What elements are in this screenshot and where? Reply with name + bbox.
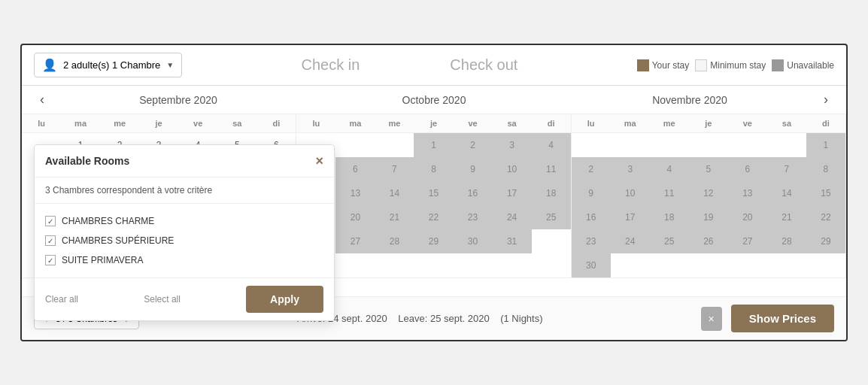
- calendar-day-16: 16: [572, 205, 611, 229]
- calendar-day-6: 6: [335, 157, 375, 181]
- calendar-day-21: 21: [767, 205, 806, 229]
- checkout-label: Check out: [450, 56, 517, 74]
- calendar-day-4: 4: [650, 157, 689, 181]
- month-nov: Novembre 2020: [562, 94, 818, 106]
- calendar-day-24: 24: [493, 205, 532, 229]
- booking-widget: 👤 2 adulte(s) 1 Chambre ▼ Check in Check…: [20, 44, 848, 341]
- prev-arrow[interactable]: ‹: [34, 92, 50, 108]
- room-item[interactable]: ✓ SUITE PRIMAVERA: [45, 250, 323, 270]
- calendar-day-9: 9: [454, 157, 493, 181]
- room-item[interactable]: ✓ CHAMBRES CHARME: [45, 211, 323, 231]
- calendar-day-17: 17: [611, 205, 650, 229]
- calendar-day-3: 3: [493, 133, 532, 157]
- october-grid: 1234567891011121314151617181920212223242…: [296, 133, 570, 253]
- day-headers-nov: lu ma me je ve sa di: [572, 114, 845, 133]
- calendar-day-8: 8: [414, 157, 453, 181]
- legend-unavailable: Unavailable: [772, 59, 834, 71]
- calendar-day-24: 24: [611, 229, 650, 253]
- guest-selector[interactable]: 👤 2 adulte(s) 1 Chambre ▼: [34, 53, 182, 77]
- room-label: SUITE PRIMAVERA: [62, 255, 143, 265]
- calendar-day-25: 25: [532, 205, 571, 229]
- unavailable-label: Unavailable: [787, 60, 834, 71]
- calendar-day-29: 29: [414, 229, 453, 253]
- calendar-day-14: 14: [767, 181, 806, 205]
- nights-info: (1 Nights): [500, 313, 542, 324]
- your-stay-box: [637, 59, 649, 71]
- calendar-day-14: 14: [375, 181, 414, 205]
- legend-your-stay: Your stay: [637, 59, 690, 71]
- room-checkbox[interactable]: ✓: [45, 235, 56, 246]
- your-stay-label: Your stay: [652, 60, 690, 71]
- calendar-day-30: 30: [454, 229, 493, 253]
- room-label: CHAMBRES CHARME: [62, 216, 154, 226]
- calendar-empty: [611, 133, 650, 157]
- calendar-day-31: 31: [493, 229, 532, 253]
- calendar-day-10: 10: [611, 181, 650, 205]
- room-checkbox[interactable]: ✓: [45, 216, 56, 226]
- next-arrow[interactable]: ›: [818, 92, 834, 108]
- calendar-day-13: 13: [335, 181, 375, 205]
- day-me: me: [100, 114, 139, 132]
- calendar-nav: ‹ Septembre 2020 Octobre 2020 Novembre 2…: [22, 86, 846, 114]
- calendar-day-2: 2: [572, 157, 611, 181]
- calendar-empty: [375, 133, 414, 157]
- calendar-day-18: 18: [532, 181, 571, 205]
- modal-footer: Clear all Select all Apply: [35, 277, 334, 320]
- calendar-empty: [611, 253, 650, 277]
- calendar-day-1: 1: [806, 133, 845, 157]
- modal-close-button[interactable]: ×: [315, 154, 323, 168]
- calendar-day-8: 8: [806, 157, 845, 181]
- minimum-stay-box: [695, 59, 707, 71]
- calendar-day-18: 18: [650, 205, 689, 229]
- modal-rooms-list: ✓ CHAMBRES CHARME ✓ CHAMBRES SUPÉRIEURE …: [35, 204, 334, 277]
- calendar-day-6: 6: [728, 157, 767, 181]
- modal-title: Available Rooms: [45, 155, 129, 167]
- minimum-stay-label: Minimum stay: [710, 60, 766, 71]
- room-checkbox[interactable]: ✓: [45, 255, 56, 265]
- calendar-day-4: 4: [532, 133, 571, 157]
- room-item[interactable]: ✓ CHAMBRES SUPÉRIEURE: [45, 231, 323, 250]
- calendar-empty: [650, 133, 689, 157]
- calendar-day-11: 11: [650, 181, 689, 205]
- calendar-day-22: 22: [414, 205, 453, 229]
- legend-minimum-stay: Minimum stay: [695, 59, 766, 71]
- day-ma: ma: [61, 114, 100, 132]
- footer-close-button[interactable]: ×: [701, 307, 722, 331]
- show-prices-button[interactable]: Show Prices: [731, 305, 834, 332]
- calendar-empty: [728, 253, 767, 277]
- clear-all-button[interactable]: Clear all: [45, 294, 78, 305]
- room-label: CHAMBRES SUPÉRIEURE: [62, 235, 174, 246]
- months-container: Septembre 2020 Octobre 2020 Novembre 202…: [50, 94, 818, 106]
- calendar-day-27: 27: [335, 229, 375, 253]
- calendar-empty: [532, 229, 571, 253]
- calendar-day-25: 25: [650, 229, 689, 253]
- calendar-empty: [767, 253, 806, 277]
- day-di: di: [256, 114, 296, 132]
- calendar-day-2: 2: [454, 133, 493, 157]
- calendar-day-27: 27: [728, 229, 767, 253]
- day-sa: sa: [217, 114, 256, 132]
- calendar-day-16: 16: [454, 181, 493, 205]
- calendar-day-23: 23: [572, 229, 611, 253]
- calendar-day-17: 17: [493, 181, 532, 205]
- guest-label: 2 adulte(s) 1 Chambre: [63, 59, 160, 71]
- dropdown-arrow-icon: ▼: [166, 61, 174, 69]
- leave-info: Leave: 25 sept. 2020: [398, 313, 489, 324]
- day-je: je: [139, 114, 178, 132]
- calendar-empty: [572, 133, 611, 157]
- available-rooms-modal: Available Rooms × 3 Chambres corresponde…: [34, 144, 335, 321]
- calendar-day-9: 9: [572, 181, 611, 205]
- month-sep: Septembre 2020: [50, 94, 306, 106]
- modal-subtitle: 3 Chambres correspondent à votre critère: [35, 177, 334, 204]
- calendar-day-11: 11: [532, 157, 571, 181]
- unavailable-box: [772, 59, 784, 71]
- apply-button[interactable]: Apply: [246, 286, 323, 313]
- day-headers-oct: lu ma me je ve sa di: [296, 114, 570, 133]
- check-dates: Check in Check out: [197, 56, 621, 74]
- legend: Your stay Minimum stay Unavailable: [637, 59, 834, 71]
- modal-header: Available Rooms ×: [35, 145, 334, 177]
- select-all-button[interactable]: Select all: [144, 294, 181, 305]
- calendar-day-19: 19: [689, 205, 728, 229]
- calendar-empty: [335, 133, 375, 157]
- month-oct: Octobre 2020: [306, 94, 562, 106]
